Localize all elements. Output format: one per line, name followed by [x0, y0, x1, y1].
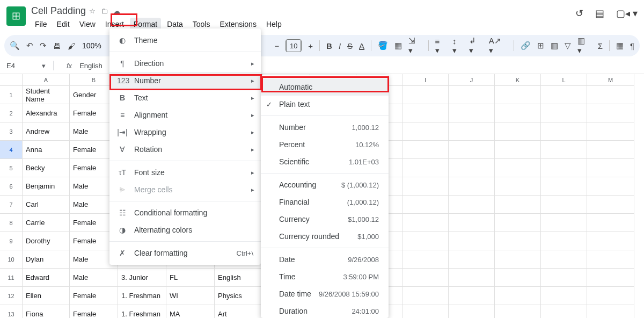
- cell[interactable]: [541, 287, 587, 305]
- format-clear[interactable]: ✗Clear formattingCtrl+\: [109, 244, 261, 262]
- filter-icon[interactable]: ▽: [565, 41, 571, 50]
- menu-help[interactable]: Help: [262, 18, 286, 31]
- print-icon[interactable]: 🖶: [53, 41, 61, 50]
- cell[interactable]: Ellen: [23, 287, 70, 305]
- cell[interactable]: [541, 305, 587, 318]
- cell[interactable]: [402, 86, 449, 104]
- cell[interactable]: [541, 214, 587, 232]
- number-plaintext[interactable]: ✓Plain text: [261, 96, 389, 113]
- functions-icon[interactable]: Σ: [598, 41, 603, 50]
- cell[interactable]: [541, 122, 587, 141]
- cell[interactable]: [402, 122, 449, 141]
- cell[interactable]: 1. Freshman: [118, 287, 166, 305]
- cell[interactable]: [587, 250, 634, 269]
- merge-icon[interactable]: ⇲ ▾: [408, 36, 422, 55]
- cell[interactable]: [495, 250, 541, 269]
- cell[interactable]: [449, 269, 495, 287]
- cell[interactable]: [541, 86, 587, 104]
- redo-icon[interactable]: ↷: [40, 41, 47, 50]
- cell[interactable]: [449, 305, 495, 318]
- cell[interactable]: [402, 305, 449, 318]
- row-head[interactable]: 11: [0, 269, 23, 287]
- cell[interactable]: [587, 104, 634, 122]
- cell[interactable]: Female: [70, 305, 118, 318]
- number-accounting[interactable]: Accounting$ (1,000.12): [261, 176, 389, 193]
- row-head[interactable]: 7: [0, 196, 23, 214]
- italic-icon[interactable]: I: [339, 41, 341, 50]
- cell[interactable]: WI: [166, 287, 215, 305]
- menu-view[interactable]: View: [76, 18, 99, 31]
- col-head-m[interactable]: M: [587, 74, 634, 86]
- format-wrapping[interactable]: |⇥|Wrapping▸: [109, 124, 261, 141]
- cell[interactable]: [495, 232, 541, 250]
- cell[interactable]: [495, 122, 541, 141]
- cell[interactable]: Becky: [23, 159, 70, 177]
- number-percent[interactable]: Percent10.12%: [261, 136, 389, 153]
- cell[interactable]: Dorothy: [23, 232, 70, 250]
- col-head-a[interactable]: A: [23, 74, 70, 86]
- table-icon[interactable]: ▦: [616, 41, 624, 50]
- cell[interactable]: Dylan: [23, 250, 70, 269]
- document-title[interactable]: Cell Padding: [31, 5, 86, 17]
- cell[interactable]: [495, 287, 541, 305]
- menu-edit[interactable]: Edit: [53, 18, 74, 31]
- cell[interactable]: [541, 269, 587, 287]
- cell[interactable]: [587, 122, 634, 141]
- format-theme[interactable]: ◐Theme: [109, 32, 261, 49]
- formula-bar[interactable]: English: [79, 62, 103, 70]
- font-size-value[interactable]: 10: [286, 40, 301, 52]
- cell[interactable]: Carrie: [23, 214, 70, 232]
- font-size-plus[interactable]: +: [308, 41, 313, 50]
- number-currency[interactable]: Currency$1,000.12: [261, 211, 389, 228]
- cell[interactable]: Benjamin: [23, 177, 70, 196]
- col-head-i[interactable]: I: [402, 74, 449, 86]
- row-head[interactable]: 3: [0, 122, 23, 141]
- number-date[interactable]: Date9/26/2008: [261, 251, 389, 268]
- cell[interactable]: Art: [215, 305, 263, 318]
- cell[interactable]: Anna: [23, 141, 70, 159]
- insert-comment-icon[interactable]: ⊞: [537, 41, 544, 50]
- cell[interactable]: Andrew: [23, 122, 70, 141]
- cell[interactable]: FL: [166, 269, 215, 287]
- number-duration[interactable]: Duration24:01:00: [261, 302, 389, 318]
- cell[interactable]: Female: [70, 287, 118, 305]
- cell[interactable]: [402, 232, 449, 250]
- cell[interactable]: [402, 159, 449, 177]
- format-conditional[interactable]: ☷Conditional formatting: [109, 204, 261, 221]
- cell[interactable]: [449, 287, 495, 305]
- bold-icon[interactable]: B: [326, 41, 332, 50]
- cell[interactable]: [541, 250, 587, 269]
- name-box[interactable]: E4: [4, 62, 36, 70]
- cell[interactable]: [449, 141, 495, 159]
- number-currency-rounded[interactable]: Currency rounded$1,000: [261, 228, 389, 245]
- row-head[interactable]: 9: [0, 232, 23, 250]
- cell[interactable]: [587, 232, 634, 250]
- cell[interactable]: 3. Junior: [118, 269, 166, 287]
- row-head[interactable]: 4: [0, 141, 23, 159]
- number-time[interactable]: Time3:59:00 PM: [261, 268, 389, 285]
- cell[interactable]: [495, 104, 541, 122]
- undo-icon[interactable]: ↶: [26, 41, 33, 50]
- row-head[interactable]: 1: [0, 86, 23, 104]
- cell[interactable]: [541, 104, 587, 122]
- cell[interactable]: [587, 305, 634, 318]
- cell[interactable]: [587, 287, 634, 305]
- cell[interactable]: Alexandra: [23, 104, 70, 122]
- borders-icon[interactable]: ▦: [394, 41, 402, 50]
- cell[interactable]: [495, 177, 541, 196]
- insert-chart-icon[interactable]: ▥: [551, 41, 558, 50]
- number-scientific[interactable]: Scientific1.01E+03: [261, 153, 389, 170]
- format-direction[interactable]: ¶Direction▸: [109, 55, 261, 72]
- cell[interactable]: [402, 214, 449, 232]
- cell[interactable]: [449, 250, 495, 269]
- move-icon[interactable]: 🗀: [101, 7, 108, 15]
- cell[interactable]: [402, 269, 449, 287]
- cell[interactable]: [449, 159, 495, 177]
- format-alignment[interactable]: ≡Alignment▸: [109, 106, 261, 124]
- cell[interactable]: Fiona: [23, 305, 70, 318]
- number-automatic[interactable]: Automatic: [261, 78, 389, 96]
- cell[interactable]: [541, 232, 587, 250]
- row-head[interactable]: 12: [0, 287, 23, 305]
- cell[interactable]: [541, 196, 587, 214]
- cell[interactable]: [495, 214, 541, 232]
